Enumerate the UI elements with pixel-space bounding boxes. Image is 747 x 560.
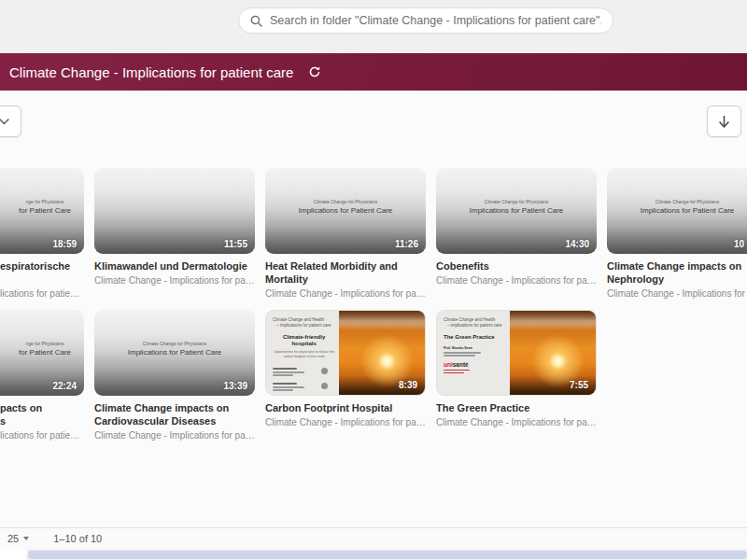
video-card[interactable]: 11:55Klimawandel und DermatologieClimate… xyxy=(94,168,255,300)
thumbnail-slide-text: Climate Change for PhysiciansImplication… xyxy=(607,198,747,216)
video-thumbnail[interactable]: Climate Change and Health– implications … xyxy=(265,310,426,396)
video-duration: 22:24 xyxy=(52,381,77,391)
video-title-line: pacts on xyxy=(0,401,84,414)
video-duration: 13:39 xyxy=(223,381,247,391)
video-thumbnail[interactable]: nge for Physiciansfor Patient Care18:59 xyxy=(0,168,84,254)
institution-logo xyxy=(321,383,328,389)
video-card[interactable]: Climate Change and Health– implications … xyxy=(436,310,597,441)
video-title-line: s xyxy=(0,414,84,427)
refresh-icon xyxy=(308,65,321,78)
unisante-logo: unisanté xyxy=(444,361,506,368)
video-title[interactable]: espiratorische xyxy=(0,259,84,286)
thumbnail-slide-subtitle: Climate Change for Physicians xyxy=(607,198,747,205)
author-info-bar xyxy=(444,352,481,354)
video-subtitle: lications for patient ... xyxy=(0,287,84,300)
video-thumbnail[interactable]: Climate Change for PhysiciansImplication… xyxy=(436,168,597,254)
thumbnail-slide-subtext: Opportunities for physicians to reduce t… xyxy=(273,350,335,359)
video-card-text: Heat Related Morbidity and MortalityClim… xyxy=(265,259,426,300)
thumbnail-slide-title: Implications for Patient Care xyxy=(436,205,597,216)
video-title[interactable]: The Green Practice xyxy=(436,401,597,414)
thumbnail-slide-subtitle: Climate Change for Physicians xyxy=(436,198,597,205)
video-thumbnail[interactable]: Climate Change for PhysiciansImplication… xyxy=(265,168,426,254)
author-info-bar xyxy=(444,355,475,357)
video-subtitle: lications for patient ... xyxy=(0,429,84,441)
thumbnail-slide-title: Implications for Patient Care xyxy=(94,347,255,357)
thumbnail-slide-title: for Patient Care xyxy=(0,347,84,357)
video-title[interactable]: Carbon Footprint Hospital xyxy=(265,401,426,414)
search-icon xyxy=(250,15,262,27)
video-thumbnail[interactable]: 11:55 xyxy=(94,168,255,254)
video-title[interactable]: Climate Change impacts on Cardiovascular… xyxy=(94,401,255,427)
author-block xyxy=(273,368,335,376)
author-info-bar xyxy=(273,374,293,376)
logo-accent-bar xyxy=(444,372,464,374)
thumbnail-slide-title: Implications for Patient Care xyxy=(607,205,747,216)
search-input[interactable] xyxy=(270,14,601,27)
video-card-text: Climate Change impacts on Cardiovascular… xyxy=(94,401,255,441)
app-window: Climate Change - Implications for patien… xyxy=(0,0,747,560)
thumbnail-slide-text: Climate Change for PhysiciansImplication… xyxy=(94,340,255,357)
video-subtitle: Climate Change - Implications for patien… xyxy=(265,287,426,300)
folder-title: Climate Change - Implications for patien… xyxy=(9,64,293,80)
thumbnail-slide-title: for Patient Care xyxy=(0,205,84,216)
video-card-text: The Green PracticeClimate Change - Impli… xyxy=(436,401,597,428)
video-thumbnail[interactable]: Climate Change for PhysiciansImplication… xyxy=(94,310,255,396)
scrollbar-corner xyxy=(0,549,26,560)
video-card[interactable]: Climate Change for PhysiciansImplication… xyxy=(436,168,597,300)
download-button[interactable] xyxy=(707,105,741,137)
author-info-bar xyxy=(273,389,293,391)
video-duration: 8:39 xyxy=(399,380,417,390)
sort-dropdown-button[interactable] xyxy=(0,105,21,137)
video-card[interactable]: Climate Change for PhysiciansImplication… xyxy=(265,168,426,300)
video-subtitle: Climate Change - Implications for patien… xyxy=(436,416,597,428)
refresh-button[interactable] xyxy=(306,63,323,80)
video-title-line: espiratorische xyxy=(0,259,84,273)
scrollbar-thumb[interactable] xyxy=(28,551,747,559)
download-arrow-icon xyxy=(718,115,730,129)
video-duration: 10 xyxy=(734,239,744,249)
institution-logo xyxy=(321,368,328,374)
video-duration: 14:30 xyxy=(565,239,589,249)
thumbnail-slide-subtitle: nge for Physicians xyxy=(0,198,84,205)
video-subtitle: Climate Change - Implications for patien… xyxy=(265,416,426,428)
page-size-select[interactable]: 25 xyxy=(7,533,29,544)
thumbnail-slide-text: Climate Change for PhysiciansImplication… xyxy=(436,198,597,216)
author-block xyxy=(273,383,335,391)
video-card[interactable]: Climate Change for PhysiciansImplication… xyxy=(607,168,747,300)
video-title-line xyxy=(0,273,84,286)
thumbnail-slide-text: nge for Physiciansfor Patient Care xyxy=(0,198,84,216)
video-card[interactable]: nge for Physiciansfor Patient Care18:59e… xyxy=(0,168,84,300)
video-row-2: nge for Physiciansfor Patient Care22:24p… xyxy=(0,310,607,441)
video-subtitle: Climate Change - Implications for patien… xyxy=(94,274,255,287)
video-card[interactable]: Climate Change for PhysiciansImplication… xyxy=(94,310,255,441)
thumbnail-slide-subtitle: Climate Change for Physicians xyxy=(265,198,426,205)
video-card[interactable]: nge for Physiciansfor Patient Care22:24p… xyxy=(0,310,84,441)
pagination-bar: 25 1–10 of 10 xyxy=(0,527,747,549)
logo-accent-bar xyxy=(444,370,470,371)
video-subtitle: Climate Change - Implications for patien… xyxy=(436,274,597,287)
video-thumbnail[interactable]: Climate Change for PhysiciansImplication… xyxy=(607,168,747,254)
video-title[interactable]: Heat Related Morbidity and Mortality xyxy=(265,259,426,286)
author-name: Prof. Nicolas Senn xyxy=(444,346,506,350)
top-bar xyxy=(0,0,747,53)
video-thumbnail[interactable]: Climate Change and Health– implications … xyxy=(436,310,597,396)
thumbnail-slide-text: Climate Change for PhysiciansImplication… xyxy=(265,198,426,216)
video-thumbnail[interactable]: nge for Physiciansfor Patient Care22:24 xyxy=(0,310,84,396)
page-size-value: 25 xyxy=(7,533,19,544)
video-card-text: espiratorischelications for patient ... xyxy=(0,259,84,300)
results-count: 1–10 of 10 xyxy=(53,533,102,544)
thumbnail-slide-panel: Climate Change and Health– implications … xyxy=(437,311,510,395)
thumbnail-slide-text: nge for Physiciansfor Patient Care xyxy=(0,340,84,357)
author-info-bar xyxy=(273,386,304,388)
video-title[interactable]: Klimawandel und Dermatologie xyxy=(94,259,255,273)
thumbnail-slide-header2: – implications for patient care xyxy=(273,323,335,329)
thumbnail-slide-subtitle: nge for Physicians xyxy=(0,340,84,347)
video-title[interactable]: Cobenefits xyxy=(436,259,597,273)
video-title[interactable]: pacts ons xyxy=(0,401,84,427)
video-card[interactable]: Climate Change and Health– implications … xyxy=(265,310,426,441)
video-title[interactable]: Climate Change impacts on Nephrology xyxy=(607,259,747,286)
video-subtitle: Climate Change - Implications for patien… xyxy=(94,429,255,441)
horizontal-scrollbar[interactable] xyxy=(0,549,747,560)
video-card-text: Klimawandel und DermatologieClimate Chan… xyxy=(94,259,255,287)
search-box[interactable] xyxy=(238,7,613,34)
